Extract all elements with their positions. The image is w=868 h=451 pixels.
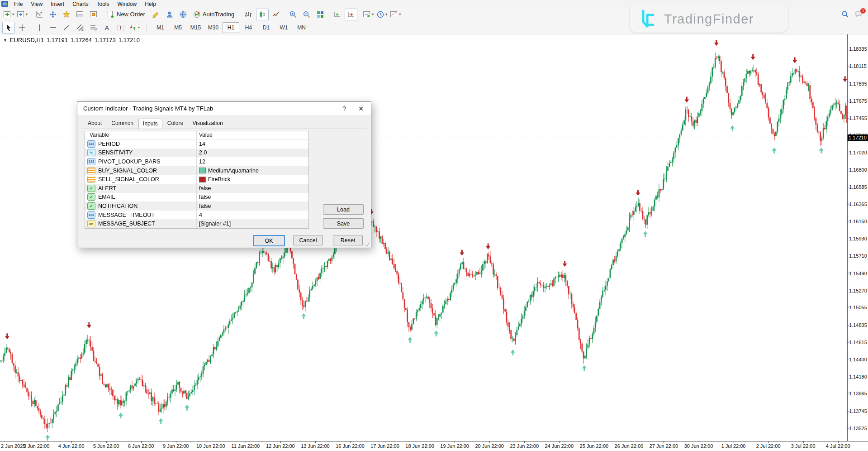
time-tick xyxy=(838,441,839,443)
param-row-period[interactable]: 123PERIOD14 xyxy=(85,139,308,149)
zoom-in-button[interactable] xyxy=(287,9,299,20)
param-value[interactable]: 12 xyxy=(196,158,205,165)
ok-button[interactable]: OK xyxy=(253,235,285,246)
close-icon[interactable]: ✕ xyxy=(351,102,371,115)
param-name: ALERT xyxy=(98,185,116,192)
price-axis[interactable]: 1.183351.181151.178951.176751.174551.172… xyxy=(847,34,868,441)
fibonacci-button[interactable]: F xyxy=(87,22,100,34)
tab-common[interactable]: Common xyxy=(107,118,138,129)
autotrading-button[interactable]: AutoTrading xyxy=(190,9,238,20)
search-button[interactable] xyxy=(839,9,851,20)
timeframe-mn[interactable]: MN xyxy=(293,22,310,33)
time-axis[interactable]: 2 Jun 20253 Jun 22:004 Jun 22:005 Jun 22… xyxy=(0,441,868,451)
strategy-tester-button[interactable] xyxy=(87,9,100,20)
text-label-button[interactable]: T xyxy=(114,22,127,34)
param-row-sensitivity[interactable]: ½SENSITIVITY2.0 xyxy=(85,149,308,158)
new-chart-button[interactable]: ▾ xyxy=(2,9,15,20)
arrow-objects-button[interactable]: ▾ xyxy=(128,22,141,34)
reset-button[interactable]: Reset xyxy=(333,235,363,245)
menu-help[interactable]: Help xyxy=(141,0,160,8)
periods-clock-button[interactable]: ▾ xyxy=(375,9,388,20)
param-value[interactable]: 14 xyxy=(196,141,205,147)
candlestick-chart-button[interactable] xyxy=(256,9,269,20)
tab-inputs[interactable]: Inputs xyxy=(138,119,162,129)
resize-grip[interactable] xyxy=(365,242,370,246)
equidistant-channel-button[interactable]: E xyxy=(74,22,86,34)
param-row-message_subject[interactable]: abMESSAGE_SUBJECT[Signaler #1] xyxy=(85,219,308,228)
crosshair-button[interactable] xyxy=(16,22,28,34)
param-row-sell_signal_color[interactable]: SELL_SIGNAL_COLORFireBrick xyxy=(85,175,308,184)
time-label: 30 Jun 22:00 xyxy=(684,443,713,449)
timeframe-h4[interactable]: H4 xyxy=(240,22,257,33)
horizontal-line-button[interactable] xyxy=(47,22,59,34)
trendline-button[interactable] xyxy=(60,22,73,34)
new-order-button[interactable]: New Order xyxy=(104,9,149,20)
indicators-button[interactable]: ▾ xyxy=(362,9,375,20)
param-value[interactable]: false xyxy=(196,194,211,200)
time-tick xyxy=(350,441,351,443)
param-row-pivot_lookup_bars[interactable]: 123PIVOT_LOOKUP_BARS12 xyxy=(85,157,308,166)
timeframe-m1[interactable]: M1 xyxy=(152,22,169,33)
auto-scroll-button[interactable] xyxy=(331,9,344,20)
terminal-button[interactable] xyxy=(74,9,86,20)
experts-button[interactable] xyxy=(163,9,176,20)
cancel-button[interactable]: Cancel xyxy=(293,235,323,245)
bar-chart-button[interactable] xyxy=(242,9,255,20)
mt4-app-icon xyxy=(1,1,8,7)
param-value[interactable]: MediumAquamarine xyxy=(196,168,259,174)
options-globe-button[interactable] xyxy=(177,9,190,20)
param-row-message_timeout[interactable]: 123MESSAGE_TIMEOUT4 xyxy=(85,211,308,220)
line-chart-button[interactable] xyxy=(270,9,282,20)
chart-shift-button[interactable] xyxy=(345,9,357,20)
timeframe-d1[interactable]: D1 xyxy=(258,22,275,33)
menu-charts[interactable]: Charts xyxy=(68,0,92,8)
param-value[interactable]: 2.0 xyxy=(196,149,207,156)
data-window-button[interactable] xyxy=(47,9,59,20)
metaeditor-icon xyxy=(152,10,160,19)
menu-view[interactable]: View xyxy=(27,0,47,8)
zoom-out-button[interactable] xyxy=(300,9,313,20)
tab-about[interactable]: About xyxy=(83,118,106,129)
text-button[interactable]: A xyxy=(101,22,114,34)
tab-colors[interactable]: Colors xyxy=(163,118,188,129)
save-button[interactable]: Save xyxy=(323,218,364,229)
time-tick xyxy=(315,441,316,443)
param-row-notification[interactable]: ✓NOTIFICATIONfalse xyxy=(85,202,308,211)
column-header-variable[interactable]: Variable xyxy=(85,131,196,139)
tradingfinder-brand-text: TradingFinder xyxy=(664,12,754,27)
chevron-down-icon: ▾ xyxy=(372,12,374,16)
cursor-button[interactable] xyxy=(2,22,15,34)
help-button[interactable]: ? xyxy=(337,105,351,112)
param-value[interactable]: 4 xyxy=(196,212,202,218)
chevron-down-icon[interactable]: ▼ xyxy=(3,38,7,43)
time-label: 2 Jun 2025 xyxy=(1,443,25,449)
tab-visualization[interactable]: Visualization xyxy=(188,118,227,129)
column-header-value[interactable]: Value xyxy=(196,131,213,139)
tile-windows-button[interactable] xyxy=(314,9,327,20)
load-button[interactable]: Load xyxy=(323,204,364,215)
timeframe-m30[interactable]: M30 xyxy=(205,22,222,33)
param-row-alert[interactable]: ✓ALERTfalse xyxy=(85,184,308,193)
timeframe-h1[interactable]: H1 xyxy=(223,22,239,33)
metaeditor-button[interactable] xyxy=(150,9,162,20)
menu-file[interactable]: File xyxy=(10,0,27,8)
param-value[interactable]: FireBrick xyxy=(196,176,230,182)
param-value[interactable]: false xyxy=(196,203,211,209)
timeframe-m15[interactable]: M15 xyxy=(187,22,204,33)
chat-button[interactable]: 1 xyxy=(852,9,865,20)
timeframe-w1[interactable]: W1 xyxy=(275,22,292,33)
dialog-titlebar[interactable]: Custom Indicator - Trading Signals MT4 b… xyxy=(77,102,371,115)
menu-tools[interactable]: Tools xyxy=(93,0,114,8)
profiles-button[interactable]: ▾ xyxy=(16,9,28,20)
menu-insert[interactable]: Insert xyxy=(47,0,68,8)
param-row-buy_signal_color[interactable]: BUY_SIGNAL_COLORMediumAquamarine xyxy=(85,166,308,175)
vertical-line-button[interactable] xyxy=(33,22,46,34)
param-row-email[interactable]: ✓EMAILfalse xyxy=(85,193,308,202)
param-value[interactable]: [Signaler #1] xyxy=(196,221,231,227)
timeframe-m5[interactable]: M5 xyxy=(170,22,186,33)
navigator-button[interactable] xyxy=(60,9,73,20)
market-watch-button[interactable] xyxy=(33,9,46,20)
templates-button[interactable]: ▾ xyxy=(389,9,402,20)
param-value[interactable]: false xyxy=(196,185,211,192)
menu-window[interactable]: Window xyxy=(114,0,141,8)
